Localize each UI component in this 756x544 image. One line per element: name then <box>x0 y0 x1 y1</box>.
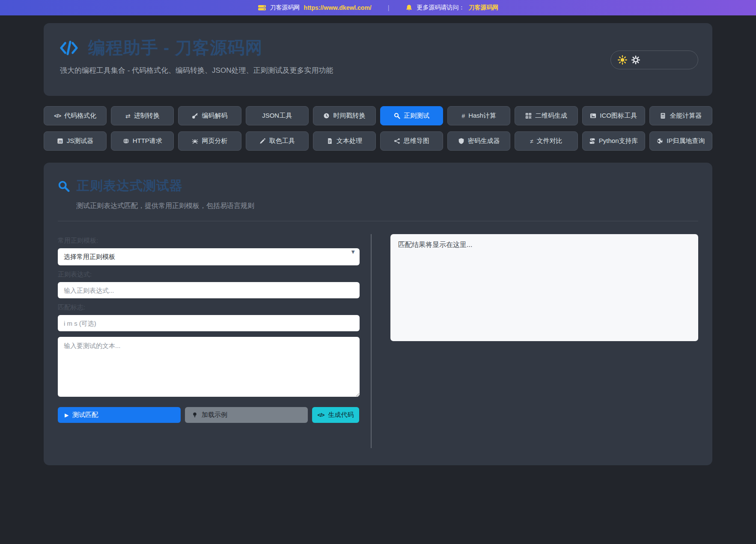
section-subtitle: 测试正则表达式匹配，提供常用正则模板，包括易语言规则 <box>76 202 698 211</box>
section-title: 正则表达式测试器 <box>77 177 183 195</box>
tab-json-tools[interactable]: JSON工具 <box>246 106 309 125</box>
banner-site-name: 刀客源码网 <box>270 4 300 12</box>
tab-label: JS测试器 <box>67 137 94 145</box>
search-icon <box>394 113 400 119</box>
mindmap-icon <box>394 138 400 144</box>
chevron-down-icon: ▼ <box>350 249 356 255</box>
tab-mindmap[interactable]: 思维导图 <box>380 131 443 151</box>
tab-label: HTTP请求 <box>133 137 162 145</box>
earth-icon <box>657 138 663 144</box>
code-icon <box>59 39 79 56</box>
bell-icon <box>405 4 413 12</box>
tab-label: Python支持库 <box>599 137 638 145</box>
tab-label: 取色工具 <box>269 137 295 145</box>
tab-base-convert[interactable]: ⇄进制转换 <box>111 106 174 125</box>
regex-tester-section: 正则表达式测试器 测试正则表达式匹配，提供常用正则模板，包括易语言规则 常用正则… <box>44 163 712 465</box>
tab-label: 二维码生成 <box>535 112 567 120</box>
tab-hash-calc[interactable]: #Hash计算 <box>447 106 510 125</box>
top-banner: 刀客源码网 https://www.dkewl.com/ | 更多源码请访问： … <box>0 0 756 15</box>
tab-encode-decode[interactable]: 编码解码 <box>178 106 241 125</box>
tab-http-request[interactable]: HTTP请求 <box>111 131 174 151</box>
search-icon <box>58 180 70 192</box>
tab-label: JSON工具 <box>262 112 292 120</box>
spider-icon <box>192 138 198 144</box>
load-example-button[interactable]: 加载示例 <box>185 407 308 423</box>
tab-label: Hash计算 <box>468 112 496 120</box>
tab-label: 代码格式化 <box>64 112 96 120</box>
tab-label: 时间戳转换 <box>333 112 365 120</box>
tab-qrcode-gen[interactable]: 二维码生成 <box>515 106 577 125</box>
template-label: 常用正则模板: <box>58 237 360 245</box>
tab-label: 全能计算器 <box>670 112 702 120</box>
js-icon <box>57 138 63 144</box>
card-stack-icon <box>258 4 266 11</box>
page-title: 编程助手 - 刀客源码网 <box>88 36 263 59</box>
banner-separator: | <box>388 4 390 11</box>
notequal-icon: ≠ <box>530 138 533 145</box>
qrcode-icon <box>525 113 532 119</box>
tools-grid: </>代码格式化⇄进制转换编码解码JSON工具时间戳转换正则测试#Hash计算二… <box>44 106 712 151</box>
tab-file-diff[interactable]: ≠文件对比 <box>515 131 577 151</box>
banner-more-link[interactable]: 刀客源码网 <box>468 4 498 12</box>
dropper-icon <box>259 138 266 144</box>
banner-site-url[interactable]: https://www.dkewl.com/ <box>304 4 372 11</box>
tab-ip-lookup[interactable]: IP归属地查询 <box>649 131 712 151</box>
tab-label: 网页分析 <box>202 137 227 145</box>
play-icon: ▶ <box>65 412 68 418</box>
theme-toggle[interactable] <box>610 51 698 69</box>
tab-label: 进制转换 <box>134 112 160 120</box>
gear-icon <box>631 56 640 64</box>
load-example-label: 加载示例 <box>202 411 227 419</box>
python-icon <box>589 138 595 144</box>
tab-password-gen[interactable]: 密码生成器 <box>447 131 510 151</box>
tab-web-analyze[interactable]: 网页分析 <box>178 131 241 151</box>
banner-more-text: 更多源码请访问： <box>417 4 464 12</box>
test-text-input[interactable] <box>58 337 360 397</box>
result-placeholder: 匹配结果将显示在这里... <box>398 241 472 248</box>
result-box: 匹配结果将显示在这里... <box>390 234 698 341</box>
page-subtitle: 强大的编程工具集合 - 代码格式化、编码转换、JSON处理、正则测试及更多实用功… <box>60 65 697 75</box>
tab-label: 思维导图 <box>404 137 429 145</box>
section-divider <box>58 221 698 221</box>
flags-input[interactable] <box>58 315 360 331</box>
tab-js-tester[interactable]: JS测试器 <box>44 131 107 151</box>
tab-label: 编码解码 <box>202 112 227 120</box>
code-icon: </> <box>318 412 324 418</box>
test-match-label: 测试匹配 <box>72 411 98 419</box>
code-icon: </> <box>54 113 61 119</box>
pattern-input[interactable] <box>58 282 360 298</box>
tab-python-lib[interactable]: Python支持库 <box>582 131 645 151</box>
tab-regex-test[interactable]: 正则测试 <box>380 106 443 125</box>
tab-timestamp[interactable]: 时间戳转换 <box>313 106 376 125</box>
tab-label: 正则测试 <box>404 112 429 120</box>
flags-label: 匹配标志: <box>58 303 360 312</box>
document-icon <box>327 138 333 144</box>
sun-icon <box>618 55 627 65</box>
swap-icon: ⇄ <box>125 113 131 119</box>
template-select[interactable]: 选择常用正则模板 ▼ <box>58 248 360 265</box>
generate-code-button[interactable]: </> 生成代码 <box>312 407 359 423</box>
tab-label: ICO图标工具 <box>600 112 637 120</box>
key-icon <box>192 113 198 119</box>
generate-code-label: 生成代码 <box>328 411 354 419</box>
tab-label: 文本处理 <box>336 137 362 145</box>
clock-icon <box>323 113 330 119</box>
regex-form: 常用正则模板: 选择常用正则模板 ▼ 正则表达式: 匹配标志: ▶ 测试匹配 <box>58 234 372 448</box>
tab-code-format[interactable]: </>代码格式化 <box>44 106 107 125</box>
template-select-value: 选择常用正则模板 <box>64 253 115 261</box>
globe-icon <box>123 138 129 144</box>
tab-ico-tools[interactable]: ICO图标工具 <box>582 106 645 125</box>
tab-calculator[interactable]: 全能计算器 <box>649 106 712 125</box>
calculator-icon <box>660 113 666 119</box>
pattern-label: 正则表达式: <box>58 271 360 279</box>
tab-label: 文件对比 <box>537 137 563 145</box>
tab-label: 密码生成器 <box>468 137 500 145</box>
image-icon <box>590 113 596 119</box>
tab-text-process[interactable]: 文本处理 <box>313 131 376 151</box>
shield-icon <box>458 138 464 144</box>
hash-icon: # <box>461 113 465 119</box>
tab-color-picker[interactable]: 取色工具 <box>246 131 309 151</box>
page-header: 编程助手 - 刀客源码网 强大的编程工具集合 - 代码格式化、编码转换、JSON… <box>44 23 712 96</box>
test-match-button[interactable]: ▶ 测试匹配 <box>58 407 181 423</box>
tab-label: IP归属地查询 <box>667 137 705 145</box>
